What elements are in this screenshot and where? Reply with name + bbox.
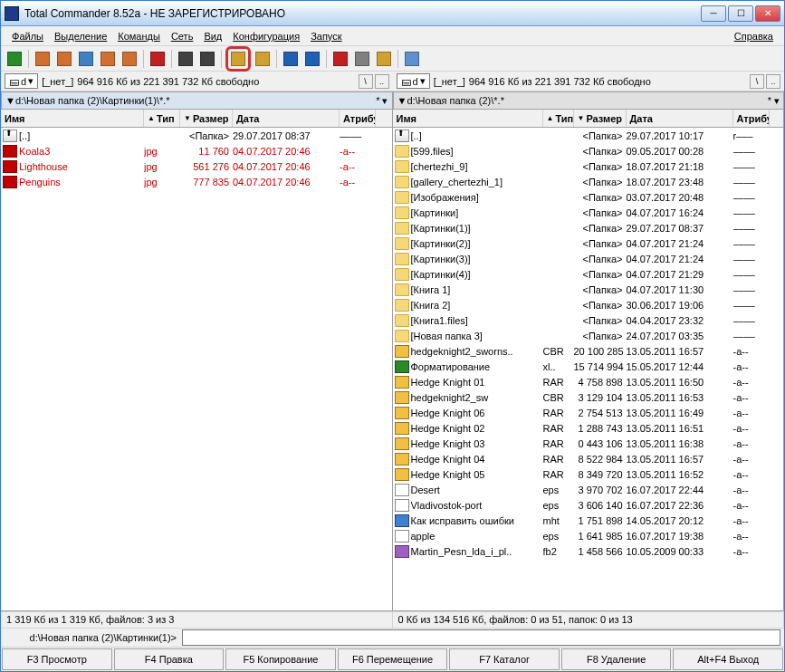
menu-help[interactable]: Справка — [729, 29, 779, 43]
file-row[interactable]: [599.files]<Папка>09.05.2017 00:28–––– — [393, 143, 784, 158]
file-row[interactable]: Форматированиеxl..15 714 99415.05.2017 1… — [393, 359, 784, 374]
menu-view[interactable]: Вид — [198, 29, 227, 43]
maximize-button[interactable]: ☐ — [728, 5, 753, 22]
toolbar-refresh-button[interactable] — [5, 49, 24, 69]
cell-attr: -a-- — [733, 377, 770, 388]
path-right[interactable]: ▼d:\Новая папка (2)\*.** ▾ — [393, 91, 785, 110]
command-line: d:\Новая папка (2)\Картинки(1)> — [1, 628, 784, 648]
col-header-size[interactable]: Размер — [574, 110, 627, 127]
menu-select[interactable]: Выделение — [49, 29, 112, 43]
minimize-button[interactable]: ─ — [701, 5, 726, 22]
file-row[interactable]: Hedge Knight 04RAR8 522 98413.05.2011 16… — [393, 451, 784, 466]
file-row[interactable]: Deserteps3 970 70216.07.2017 22:44-a-- — [393, 482, 784, 497]
path-left[interactable]: ▼d:\Новая папка (2)\Картинки(1)\*.** ▾ — [1, 91, 393, 110]
toolbar-forward-button[interactable] — [197, 49, 217, 69]
file-row[interactable]: [Картинки(4)]<Папка>04.07.2017 21:29–––– — [393, 266, 784, 282]
titlebar[interactable]: Total Commander 8.52a - НЕ ЗАРЕГИСТРИРОВ… — [1, 1, 784, 26]
fkey-button[interactable]: F4 Правка — [114, 648, 225, 670]
file-row[interactable]: [..]<Папка>29.07.2017 08:37–––– — [1, 128, 392, 143]
col-header-date[interactable]: Дата — [627, 110, 733, 127]
col-header-attr[interactable]: Атрибу — [340, 110, 376, 127]
file-row[interactable]: Hedge Knight 01RAR4 758 89813.05.2011 16… — [393, 374, 784, 389]
toolbar-url-button[interactable] — [302, 49, 322, 69]
cell-size: <Папка> — [574, 238, 627, 249]
col-header-ext[interactable]: Тип — [543, 110, 574, 127]
toolbar-tree-brief-button[interactable] — [33, 49, 53, 69]
file-row[interactable]: [Книга1.files]<Папка>04.04.2017 23:32–––… — [393, 312, 784, 328]
file-row[interactable]: Hedge Knight 02RAR1 288 74313.05.2011 16… — [393, 420, 784, 436]
toolbar-ftp-button[interactable] — [281, 49, 301, 69]
fkey-button[interactable]: F5 Копирование — [225, 648, 336, 670]
cell-attr: -a-- — [733, 346, 770, 357]
toolbar-notepad-button[interactable] — [402, 49, 422, 69]
file-row[interactable]: appleeps1 641 98516.07.2017 19:38-a-- — [393, 528, 784, 543]
file-row[interactable]: hedgeknight2_sworns..CBR20 100 28513.05.… — [393, 343, 784, 359]
toolbar-unpack-button[interactable] — [253, 49, 273, 69]
file-row[interactable]: hedgeknight2_swCBR3 129 10413.05.2011 16… — [393, 389, 784, 405]
cell-attr: -a-- — [733, 500, 770, 511]
fav-right-icon[interactable]: * ▾ — [768, 95, 780, 107]
fkey-button[interactable]: Alt+F4 Выход — [673, 648, 783, 670]
drive-select-left[interactable]: 🖴 d ▾ — [5, 73, 38, 89]
fkey-button[interactable]: F8 Удаление — [561, 648, 672, 670]
fkey-button[interactable]: F6 Перемещение — [338, 648, 448, 670]
toolbar-pack-button[interactable] — [225, 46, 251, 72]
file-row[interactable]: Penguinsjpg777 83504.07.2017 20:46-a-- — [1, 174, 392, 189]
up-button-right[interactable]: .. — [766, 74, 780, 89]
cell-name: Lighthouse — [19, 161, 144, 172]
tree-brief-icon — [35, 52, 50, 66]
file-row[interactable]: Hedge Knight 06RAR2 754 51313.05.2011 16… — [393, 405, 784, 420]
file-row[interactable]: Hedge Knight 03RAR0 443 10613.05.2011 16… — [393, 436, 784, 451]
file-row[interactable]: Koala3jpg11 76004.07.2017 20:46-a-- — [1, 143, 392, 158]
col-header-date[interactable]: Дата — [233, 110, 340, 127]
drive-select-right[interactable]: 🖴 d ▾ — [397, 73, 430, 89]
file-row[interactable]: [Картинки]<Папка>04.07.2017 16:24–––– — [393, 205, 784, 220]
file-row[interactable]: [Картинки(3)]<Папка>04.07.2017 21:24–––– — [393, 251, 784, 266]
col-header-ext[interactable]: Тип — [144, 110, 180, 127]
cmd-input[interactable] — [182, 629, 780, 646]
menu-net[interactable]: Сеть — [166, 29, 198, 43]
file-row[interactable]: Lighthousejpg561 27604.07.2017 20:46-a-- — [1, 158, 392, 174]
col-header-name[interactable]: Имя — [393, 110, 543, 127]
fkey-button[interactable]: F3 Просмотр — [2, 648, 112, 670]
toolbar-tree-full-button[interactable] — [54, 49, 74, 69]
file-row[interactable]: [Изображения]<Папка>03.07.2017 20:48–––– — [393, 189, 784, 205]
file-list-left[interactable]: [..]<Папка>29.07.2017 08:37––––Koala3jpg… — [1, 128, 392, 610]
col-header-size[interactable]: Размер — [180, 110, 233, 127]
file-row[interactable]: Martin_Pesn_lda_i_pl..fb21 458 56610.05.… — [393, 543, 784, 559]
menu-commands[interactable]: Команды — [112, 29, 166, 43]
file-row[interactable]: Hedge Knight 05RAR8 349 72013.05.2011 16… — [393, 466, 784, 482]
fkey-button[interactable]: F7 Каталог — [449, 648, 560, 670]
file-row[interactable]: [Книга 1]<Папка>04.07.2017 11:30–––– — [393, 282, 784, 297]
file-row[interactable]: Как исправить ошибкиmht1 751 89814.05.20… — [393, 513, 784, 528]
menu-start[interactable]: Запуск — [305, 29, 347, 43]
up-button-left[interactable]: .. — [375, 74, 389, 89]
file-row[interactable]: Vladivostok-porteps3 606 14016.07.2017 2… — [393, 497, 784, 513]
file-row[interactable]: [..]<Папка>29.07.2017 10:17r––– — [393, 128, 784, 143]
toolbar-target-button[interactable] — [330, 49, 350, 69]
col-header-name[interactable]: Имя — [1, 110, 144, 127]
toolbar-invert-button[interactable] — [148, 49, 168, 69]
toolbar-thumbs-button[interactable] — [76, 49, 96, 69]
toolbar-compare-button[interactable] — [352, 49, 372, 69]
menu-files[interactable]: Файлы — [6, 29, 49, 43]
toolbar-tree-sync-button[interactable] — [120, 49, 139, 69]
file-row[interactable]: [gallery_chertezhi_1]<Папка>18.07.2017 2… — [393, 174, 784, 189]
file-row[interactable]: [Картинки(2)]<Папка>04.07.2017 21:24–––– — [393, 235, 784, 251]
toolbar-sync-button[interactable] — [374, 49, 394, 69]
col-header-attr[interactable]: Атрибу — [733, 110, 770, 127]
fav-left-icon[interactable]: * ▾ — [376, 95, 388, 107]
toolbar-back-button[interactable] — [176, 49, 196, 69]
toolbar-tree-toggle-button[interactable] — [98, 49, 118, 69]
file-row[interactable]: [chertezhi_9]<Папка>18.07.2017 21:18–––– — [393, 158, 784, 174]
file-list-right[interactable]: [..]<Папка>29.07.2017 10:17r–––[599.file… — [393, 128, 784, 610]
file-row[interactable]: [Картинки(1)]<Папка>29.07.2017 08:37–––– — [393, 220, 784, 235]
root-button-right[interactable]: \ — [750, 74, 764, 89]
status-right: 0 Кб из 134 516 Кб, файлов: 0 из 51, пап… — [393, 612, 785, 628]
file-row[interactable]: [Новая папка 3]<Папка>24.07.2017 03:35––… — [393, 328, 784, 343]
menu-config[interactable]: Конфигурация — [227, 29, 305, 43]
file-row[interactable]: [Книга 2]<Папка>30.06.2017 19:06–––– — [393, 297, 784, 312]
root-button-left[interactable]: \ — [359, 74, 373, 89]
close-button[interactable]: ✕ — [755, 5, 780, 22]
panel-right: ИмяТипРазмерДатаАтрибу [..]<Папка>29.07.… — [393, 110, 785, 610]
